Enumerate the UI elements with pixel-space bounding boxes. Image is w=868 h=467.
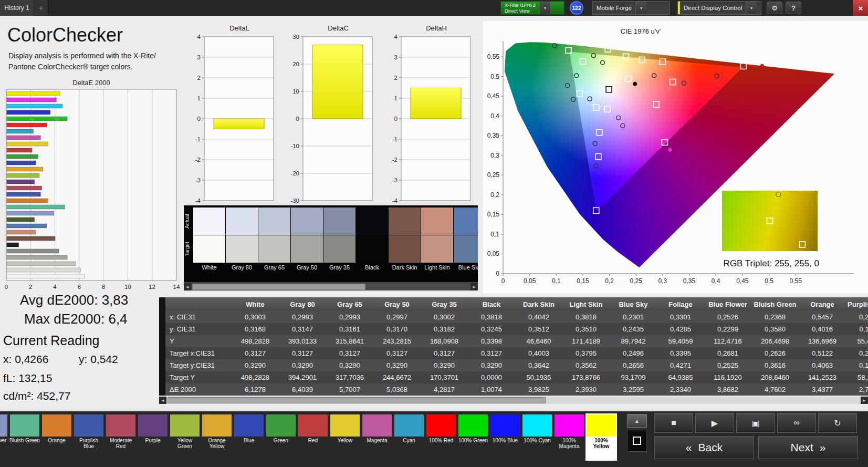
patch-100-yellow[interactable]: 100% Yellow	[585, 413, 617, 461]
page-description-line1: Display analysis is performed with the X…	[8, 50, 156, 61]
table-header-cell: Purplish Blue	[846, 297, 868, 311]
page-description: Display analysis is performed with the X…	[8, 50, 156, 72]
patch-label: 100% Cyan	[521, 438, 553, 443]
patch-label: Orange Yellow	[201, 438, 233, 449]
patch-100-cyan[interactable]: 100% Cyan	[521, 413, 553, 461]
svg-text:0,2: 0,2	[490, 191, 499, 199]
reading-count-badge: 122	[570, 1, 583, 15]
table-cell: 0,3290	[232, 359, 279, 371]
patch-moderate-red[interactable]: Moderate Red	[105, 413, 137, 461]
patch-purple[interactable]: Purple	[137, 413, 169, 461]
display-control-select[interactable]: Direct Display Control ▼	[677, 1, 761, 15]
patch-swatch	[138, 414, 168, 437]
table-cell: 0,3616	[751, 359, 799, 371]
table-cell: 55,4176	[846, 335, 868, 347]
deltal-chart: DeltaL 43210-1-2-3-4	[187, 24, 277, 205]
table-cell: 0,3127	[468, 347, 515, 359]
table-cell: 58,1123	[846, 371, 868, 383]
swatch-strip-scrollbar[interactable]: ◄ ►	[184, 283, 478, 290]
patch-scroll-up-button[interactable]: ▲	[627, 414, 647, 428]
patch-green[interactable]: Green	[265, 413, 297, 461]
meter-select[interactable]: X-Rite i1Pro 2 Direct View ▼	[500, 1, 564, 15]
table-cell: 0,2681	[704, 347, 751, 359]
patch-100-green[interactable]: 100% Green	[457, 413, 489, 461]
patch-orange-yellow[interactable]: Orange Yellow	[201, 413, 233, 461]
next-button[interactable]: Next »	[758, 436, 858, 459]
patch-yellow[interactable]: Yellow	[329, 413, 361, 461]
chevron-down-icon[interactable]: ▼	[635, 2, 646, 14]
table-cell: 0,2496	[610, 347, 657, 359]
tab-history-1[interactable]: History 1	[0, 0, 34, 16]
patch-100-magenta[interactable]: 100% Magenta	[553, 413, 585, 461]
target-swatch	[356, 235, 388, 263]
settings-button[interactable]: ⚙	[767, 2, 782, 14]
play-button[interactable]: ▶	[695, 413, 734, 433]
target-marker	[670, 79, 676, 85]
back-button[interactable]: « Back	[654, 436, 754, 459]
table-cell: 0,3245	[468, 323, 515, 335]
cie-diagram-panel: CIE 1976 u'v' 00,050,10,150,20,250,30,35…	[483, 21, 868, 293]
scroll-left-button[interactable]: ◄	[184, 283, 191, 290]
display-control-label: Direct Display Control	[680, 2, 746, 14]
svg-text:0,15: 0,15	[577, 277, 589, 285]
deltae-bar	[7, 148, 33, 152]
patch-cyan[interactable]: Cyan	[393, 413, 425, 461]
scrollbar-thumb[interactable]	[192, 284, 365, 290]
actual-swatch	[356, 207, 388, 235]
rgb-triplet-readout: RGB Triplet: 255, 255, 0	[662, 258, 819, 269]
deltae-bar	[7, 262, 76, 266]
scroll-left-button[interactable]: ◄	[159, 397, 166, 404]
patch-blue[interactable]: Blue	[233, 413, 265, 461]
continuous-button[interactable]: ∞	[777, 413, 816, 433]
pattern-window-button[interactable]: ▣	[736, 413, 775, 433]
close-button[interactable]: ×	[853, 0, 868, 16]
table-cell: 0,1611	[846, 323, 868, 335]
help-button[interactable]: ?	[786, 2, 801, 14]
swatch-column: Dark Skin	[389, 207, 421, 273]
deltae-bar	[7, 98, 57, 102]
patch-yellow-green[interactable]: Yellow Green	[169, 413, 201, 461]
patch-swatch	[170, 414, 200, 437]
deltae-bar	[7, 255, 68, 260]
table-scrollbar[interactable]: ◄ ►	[159, 397, 868, 404]
table-row-label: y: CIE31	[165, 323, 232, 335]
deltae-bar	[7, 274, 85, 278]
deltaL-bar	[214, 119, 264, 129]
chevron-down-icon[interactable]: ▼	[746, 2, 757, 14]
table-cell: 0,2626	[751, 347, 799, 359]
table-cell: 0,3127	[279, 347, 326, 359]
patch-red[interactable]: Red	[297, 413, 329, 461]
table-cell: 394,2901	[279, 371, 326, 383]
patch-purplish-blue[interactable]: Purplish Blue	[73, 413, 104, 461]
target-marker	[662, 139, 667, 145]
svg-text:0: 0	[496, 270, 499, 277]
target-marker	[625, 76, 631, 82]
patch-orange[interactable]: Orange	[41, 413, 72, 461]
workflow-select[interactable]: Mobile Forge ▼	[592, 1, 670, 15]
table-cell: 0,3580	[751, 323, 799, 335]
patch-magenta[interactable]: Magenta	[361, 413, 393, 461]
swatch-column: White	[193, 207, 225, 273]
measured-marker	[593, 141, 597, 146]
svg-text:0,05: 0,05	[487, 250, 500, 257]
patch-bluish-green[interactable]: Bluish Green	[9, 413, 40, 461]
pattern-window-button[interactable]	[627, 430, 647, 452]
stop-button[interactable]: ■	[654, 413, 693, 433]
table-cell: 93,1709	[610, 371, 657, 383]
table-cell: 116,1920	[704, 371, 751, 383]
svg-text:0,4: 0,4	[490, 112, 499, 120]
play-icon: ▶	[712, 418, 718, 428]
scroll-right-button[interactable]: ►	[470, 283, 478, 290]
refresh-button[interactable]: ↻	[818, 413, 857, 433]
patch-100-red[interactable]: 100% Red	[425, 413, 457, 461]
scroll-right-button[interactable]: ►	[861, 397, 868, 404]
deltac-plot: 3020100-10-20-30	[286, 34, 375, 204]
measured-marker	[715, 74, 719, 78]
deltae-bar	[7, 268, 81, 272]
patch-blue-flower[interactable]: Blue Flower	[0, 413, 8, 461]
svg-text:0,25: 0,25	[487, 171, 500, 179]
chevron-down-icon[interactable]: ▼	[539, 2, 550, 14]
patch-100-blue[interactable]: 100% Blue	[489, 413, 521, 461]
add-tab-button[interactable]: +	[34, 0, 48, 16]
scrollbar-thumb[interactable]	[168, 397, 546, 403]
